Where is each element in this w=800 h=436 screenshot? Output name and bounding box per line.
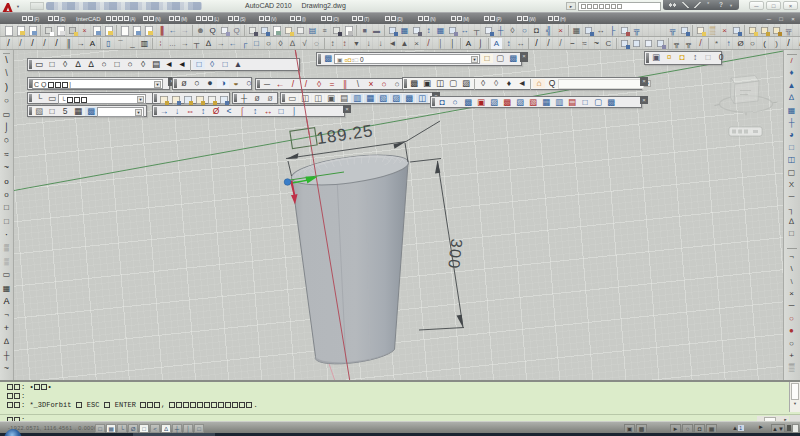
- svg-text:189.25: 189.25: [315, 121, 374, 148]
- svg-text:300: 300: [445, 238, 465, 271]
